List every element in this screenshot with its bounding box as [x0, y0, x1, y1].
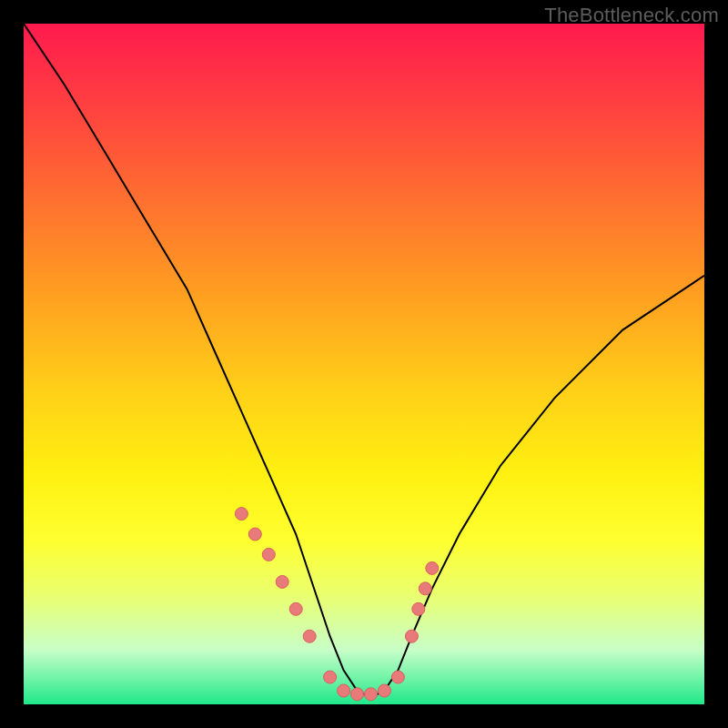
marker-dot [412, 602, 425, 615]
marker-dot [289, 602, 302, 615]
marker-dot [248, 528, 261, 541]
marker-dot [426, 561, 439, 574]
marker-dot [235, 508, 248, 521]
marker-dot [338, 684, 350, 697]
marker-dot [276, 575, 288, 588]
marker-dot [262, 548, 275, 561]
marker-dot [351, 688, 364, 701]
watermark-text: TheBottleneck.com [544, 4, 719, 27]
plot-svg [24, 24, 704, 704]
marker-dot [365, 688, 378, 701]
bottleneck-curve [24, 24, 704, 698]
marker-dot [303, 630, 316, 642]
marker-dot [324, 671, 337, 683]
marker-dots [235, 508, 438, 701]
marker-dot [391, 671, 404, 683]
chart-area [24, 24, 704, 704]
marker-dot [405, 630, 418, 642]
marker-dot [378, 684, 390, 697]
marker-dot [419, 582, 431, 595]
